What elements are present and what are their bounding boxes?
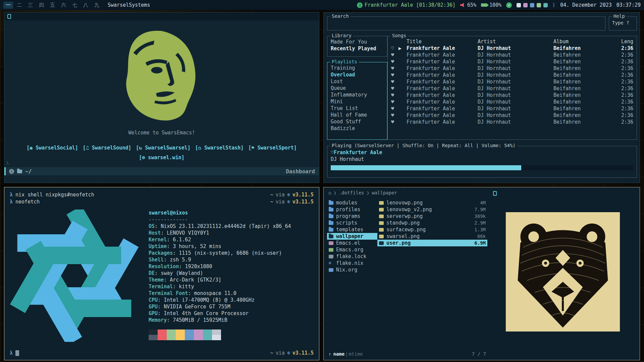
home-icon[interactable]: ⌂ xyxy=(328,190,331,195)
favorite-icon[interactable]: ♥ xyxy=(391,112,398,119)
tray-icon[interactable] xyxy=(537,3,541,7)
song-row[interactable]: ♥ Frankfurter Aale DJ Hornhaut Beifahren… xyxy=(388,85,637,92)
playlist-item[interactable]: True List xyxy=(331,105,384,112)
dashboard-link[interactable]: [↻ SwarselSwarsel] xyxy=(136,145,191,151)
directory-item[interactable]: modules xyxy=(327,199,377,206)
sort-direction-icon[interactable]: ↑ xyxy=(328,351,331,357)
volume-chip[interactable]: 65% xyxy=(460,2,476,8)
breadcrumb[interactable]: ⌂❯.dotfiles❯wallpaper xyxy=(328,190,397,195)
song-row[interactable]: ♥ Frankfurter Aale DJ Hornhaut Beifahren… xyxy=(388,52,637,58)
favorite-icon[interactable]: ♥ xyxy=(391,92,398,99)
sort-secondary[interactable]: mtime xyxy=(349,351,363,357)
workspace-button[interactable]: 七 xyxy=(70,2,79,9)
favorite-icon[interactable]: ♥ xyxy=(391,99,398,105)
system-tray xyxy=(517,3,548,7)
status-ok-icon[interactable]: ✔ xyxy=(506,2,512,8)
file-item[interactable]: lenovowp_v2.png 7.9M xyxy=(377,206,487,213)
workspace-button[interactable]: 八 xyxy=(81,2,91,9)
battery-chip[interactable]: 100% xyxy=(481,2,501,8)
dashboard-link[interactable]: [♫ SwarselSound] xyxy=(83,145,131,151)
playlist-item[interactable]: Hall of Fame xyxy=(331,112,384,118)
song-row[interactable]: ♥ Frankfurter Aale DJ Hornhaut Beifahren… xyxy=(388,112,637,119)
search-input[interactable]: Search xyxy=(327,16,605,31)
file-item[interactable]: surfacewp.png 1.3M xyxy=(377,226,487,233)
song-row[interactable]: ♥ Frankfurter Aale DJ Hornhaut Beifahren… xyxy=(388,99,637,105)
playlist-item[interactable]: Overload xyxy=(331,71,384,78)
workspace-button[interactable]: 九 xyxy=(92,2,102,9)
favorite-icon[interactable]: ♥ xyxy=(391,105,398,112)
workspace-button[interactable]: 二 xyxy=(14,2,24,9)
playlist-item[interactable]: Badizzle xyxy=(331,125,384,132)
favorite-icon[interactable]: ♥ xyxy=(391,78,398,85)
favorite-icon[interactable]: ♥ xyxy=(391,85,398,92)
entry-name: templates xyxy=(336,226,363,233)
file-item[interactable]: standwp.png 2.9M xyxy=(377,220,487,226)
dashboard-link[interactable]: [◉ SwarselSocial] xyxy=(26,145,78,151)
workspace-button[interactable]: 一 xyxy=(3,2,13,9)
library-item[interactable]: Made For You xyxy=(331,39,384,45)
tray-icon[interactable] xyxy=(517,3,521,7)
progress-bar[interactable] xyxy=(331,165,633,170)
progress-fill xyxy=(331,165,521,170)
directory-item[interactable]: scripts xyxy=(327,220,377,226)
workspace-button[interactable]: 三 xyxy=(25,2,35,9)
playlists-box-title: Playlists xyxy=(330,59,359,64)
emacs-tab-bar xyxy=(4,12,319,20)
breadcrumb-parent[interactable]: .dotfiles xyxy=(339,190,364,195)
playlist-item[interactable]: Training xyxy=(331,65,384,71)
song-row[interactable]: ♥ Frankfurter Aale DJ Hornhaut Beifahren… xyxy=(388,58,637,65)
song-row[interactable]: ♥ Frankfurter Aale DJ Hornhaut Beifahren… xyxy=(388,72,637,78)
playlist-item[interactable]: Good Stuff xyxy=(331,118,384,125)
tray-icon[interactable] xyxy=(530,3,534,7)
emacs-tab-icon[interactable] xyxy=(7,14,11,19)
favorite-icon[interactable]: ♡ xyxy=(391,45,398,52)
file-item[interactable]: serverwp.png 389k xyxy=(377,213,487,220)
library-item[interactable]: Recently Played xyxy=(331,45,384,52)
playlist-item[interactable]: Queue xyxy=(331,85,384,92)
directory-item[interactable]: templates xyxy=(327,226,377,233)
file-item[interactable]: swarsel.png 86k xyxy=(377,233,487,240)
workspace-button[interactable]: 六 xyxy=(59,2,68,9)
song-row[interactable]: ♥ Frankfurter Aale DJ Hornhaut Beifahren… xyxy=(388,105,637,112)
dashboard-link[interactable]: [⚑ SwarselSport] xyxy=(248,145,297,151)
workspace-button[interactable]: 四 xyxy=(37,2,46,9)
bluetooth-icon[interactable]: ᛒ xyxy=(552,2,555,8)
song-row[interactable]: ♡ ▶ Frankfurter Aale DJ Hornhaut Beifahr… xyxy=(388,45,637,52)
directory-item[interactable]: flake.nix xyxy=(327,260,377,266)
directory-item[interactable]: Nix.org xyxy=(327,266,377,273)
playlist-item[interactable]: Lost xyxy=(331,78,384,85)
song-length: 2:36 xyxy=(612,78,633,85)
song-row[interactable]: ♥ Frankfurter Aale DJ Hornhaut Beifahren… xyxy=(388,78,637,85)
sort-primary[interactable]: name xyxy=(333,351,344,357)
song-length: 2:36 xyxy=(612,85,633,92)
song-row[interactable]: ♥ Frankfurter Aale DJ Hornhaut Beifahren… xyxy=(388,119,637,125)
directory-item[interactable]: profiles xyxy=(327,206,377,213)
song-row[interactable]: ♥ Frankfurter Aale DJ Hornhaut Beifahren… xyxy=(388,65,637,72)
song-row[interactable]: ♥ Frankfurter Aale DJ Hornhaut Beifahren… xyxy=(388,92,637,99)
workspace-button[interactable]: 五 xyxy=(48,2,57,9)
favorite-icon[interactable]: ♥ xyxy=(391,52,398,58)
directory-item[interactable]: Emacs.el xyxy=(327,240,377,246)
breadcrumb-current[interactable]: wallpaper xyxy=(372,190,397,195)
terminal-window[interactable]: λ nix shell nixpkgs#neofetch ~via❄v3.11.… xyxy=(4,187,319,360)
playlist-item[interactable]: Inflammatory xyxy=(331,92,384,98)
directory-item[interactable]: wallpaper xyxy=(327,233,377,240)
favorite-icon[interactable]: ♥ xyxy=(391,72,398,78)
directory-item[interactable]: flake.lock xyxy=(327,253,377,260)
directory-item[interactable]: programs xyxy=(327,213,377,220)
favorite-icon[interactable]: ♥ xyxy=(391,65,398,72)
dashboard-link[interactable]: [⊕ swarsel.win] xyxy=(139,155,184,161)
terminal-cursor[interactable] xyxy=(15,350,19,356)
tray-icon[interactable] xyxy=(523,3,528,7)
directory-item[interactable]: Emacs.org xyxy=(327,246,377,253)
favorite-icon[interactable]: ♥ xyxy=(391,119,398,125)
favorite-icon[interactable]: ♥ xyxy=(391,58,398,65)
file-item[interactable]: user.png 6.9M xyxy=(377,240,487,246)
dashboard-link[interactable]: [⌂ SwarselStash] xyxy=(195,145,244,151)
now-playing-chip[interactable]: ♫ Frankfurter Aale [01:38/02:36] xyxy=(357,2,455,8)
playlist-item[interactable]: Mini xyxy=(331,98,384,105)
favorite-icon[interactable]: ♡ xyxy=(331,149,334,156)
file-item[interactable]: lenovowp.png 4M xyxy=(377,199,487,206)
tray-icon[interactable] xyxy=(543,3,548,7)
tab-indicator-icon[interactable] xyxy=(493,191,497,196)
